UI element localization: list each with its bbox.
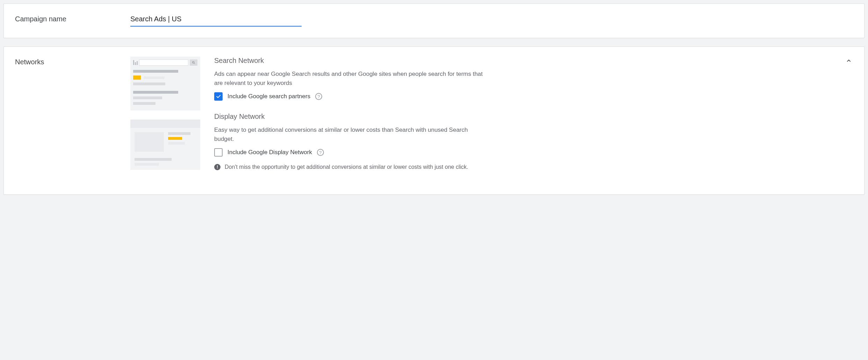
campaign-name-label: Campaign name	[15, 14, 130, 27]
search-network-section: Search Network Ads can appear near Googl…	[214, 57, 832, 101]
svg-point-0	[193, 62, 194, 63]
chevron-up-icon	[845, 57, 852, 64]
include-search-partners-label: Include Google search partners	[227, 93, 310, 100]
display-network-section: Display Network Easy way to get addition…	[214, 113, 832, 171]
include-search-partners-checkbox[interactable]	[214, 92, 223, 101]
campaign-name-card: Campaign name	[3, 3, 865, 38]
magnifier-icon	[192, 61, 195, 64]
chart-bars-icon	[133, 60, 138, 65]
display-network-title: Display Network	[214, 113, 832, 121]
display-network-preview	[130, 120, 200, 170]
networks-label: Networks	[15, 57, 130, 183]
help-icon[interactable]: ?	[317, 149, 324, 156]
preview-search-button	[190, 59, 197, 66]
preview-image-placeholder	[135, 132, 164, 152]
preview-searchbox	[139, 59, 188, 66]
display-network-description: Easy way to get additional conversions a…	[214, 125, 487, 143]
search-network-preview	[130, 57, 200, 110]
alert-icon: !	[214, 164, 220, 170]
display-network-hint-text: Don't miss the opportunity to get additi…	[225, 163, 468, 171]
campaign-name-input[interactable]	[130, 14, 302, 27]
networks-card: Networks	[3, 46, 865, 195]
collapse-button[interactable]	[843, 55, 854, 66]
search-network-description: Ads can appear near Google Search result…	[214, 70, 487, 87]
checkmark-icon	[216, 94, 221, 99]
network-previews	[130, 57, 200, 183]
include-display-network-label: Include Google Display Network	[227, 149, 312, 156]
svg-line-1	[194, 63, 195, 64]
help-icon[interactable]: ?	[315, 93, 322, 100]
display-network-hint: ! Don't miss the opportunity to get addi…	[214, 163, 494, 171]
search-network-title: Search Network	[214, 57, 832, 65]
ad-tag-icon	[168, 137, 182, 140]
include-display-network-checkbox[interactable]	[214, 148, 223, 157]
ad-tag-icon	[133, 75, 141, 80]
